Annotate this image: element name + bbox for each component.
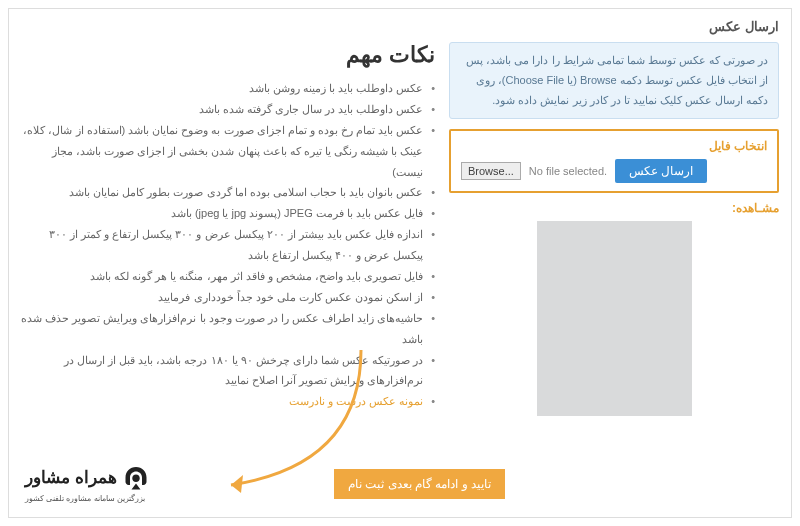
note-item: عکس باید تمام رخ بوده و تمام اجزای صورت … (21, 120, 435, 183)
phone-headset-icon (121, 464, 151, 494)
browse-button[interactable]: Browse... (461, 162, 521, 180)
note-item: عکس داوطلب باید با زمینه روشن باشد (21, 78, 435, 99)
brand-logo: همراه مشاور بزرگترین سامانه مشاوره تلفنی… (25, 464, 151, 503)
preview-box (537, 221, 692, 416)
notes-list: عکس داوطلب باید با زمینه روشن باشد عکس د… (21, 78, 435, 391)
info-box: در صورتی که عکس توسط شما تمامی شرایط را … (449, 42, 779, 119)
file-select-box: انتخاب فایل Browse... No file selected. … (449, 129, 779, 193)
send-photo-button[interactable]: ارسال عکس (615, 159, 707, 183)
confirm-next-button[interactable]: تایید و ادامه گام بعدی ثبت نام (334, 469, 505, 499)
note-item: فایل تصویری باید واضح، مشخص و فاقد اثر م… (21, 266, 435, 287)
note-item: فایل عکس باید با فرمت JPEG (پسوند jpg یا… (21, 203, 435, 224)
notes-title: نکات مهم (21, 42, 435, 68)
note-item: از اسکن نمودن عکس کارت ملی خود جداً خودد… (21, 287, 435, 308)
note-item: در صورتیکه عکس شما دارای چرخش ۹۰ یا ۱۸۰ … (21, 350, 435, 392)
no-file-text: No file selected. (529, 165, 607, 177)
note-item: عکس داوطلب باید در سال جاری گرفته شده با… (21, 99, 435, 120)
note-item: عکس بانوان باید با حجاب اسلامی بوده اما … (21, 182, 435, 203)
brand-tagline: بزرگترین سامانه مشاوره تلفنی کشور (25, 494, 151, 503)
brand-name: همراه مشاور (25, 468, 117, 487)
page-title: ارسال عکس (21, 19, 779, 34)
note-item: اندازه فایل عکس باید بیشتر از ۲۰۰ پیکسل … (21, 224, 435, 266)
preview-label: مشـاهده: (449, 201, 779, 215)
file-select-label: انتخاب فایل (461, 139, 767, 153)
note-item: حاشیه‌های زاید اطراف عکس را در صورت وجود… (21, 308, 435, 350)
sample-link[interactable]: نمونه عکس درست و نادرست (289, 395, 435, 408)
